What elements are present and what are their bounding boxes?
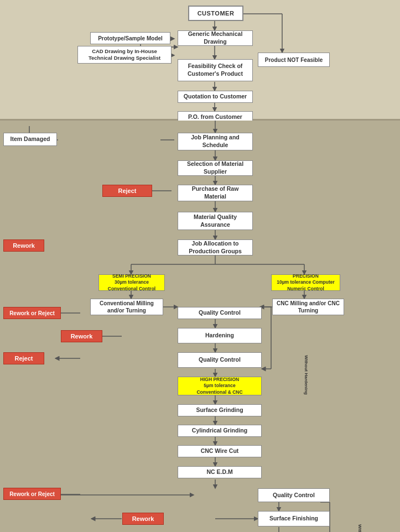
without-hardening-label: Without Hardening (276, 325, 287, 380)
customer-box: CUSTOMER (188, 6, 243, 21)
mid-lines-extra (61, 488, 260, 505)
quality-control1-box: Quality Control (178, 307, 262, 319)
nc-edm-box: NC E.D.M (178, 466, 262, 478)
hardening-box: Hardening (178, 328, 262, 343)
job-planning-box: Job Planning and Schedule (178, 133, 253, 150)
reject2-box: Reject (3, 352, 44, 364)
generic-drawing-box: Generic Mechanical Drawing (178, 30, 253, 46)
prototype-box: Prototype/Sample Model (90, 32, 170, 44)
job-allocation-box: Job Allocation to Production Groups (178, 239, 253, 255)
conventional-milling-box: Conventional Milling and/or Turning (90, 299, 163, 315)
rework-reject1-box: Rework or Reject (3, 307, 61, 319)
selection-supplier-box: Selection of Material Supplier (178, 160, 253, 176)
rework1-box: Rework (3, 239, 44, 252)
cnc-wire-box: CNC Wire Cut (178, 445, 262, 457)
surface-grinding-box: Surface Grinding (178, 404, 262, 416)
cnc-milling-box: CNC Milling and/or CNC Turning (272, 299, 344, 315)
high-precision-box: HIGH PRECISION 5µm tolerance Conventiona… (178, 377, 262, 395)
material-qa-box: Material Quality Assurance (178, 212, 253, 230)
purchase-raw-box: Purchase of Raw Material (178, 185, 253, 201)
top-section: CUSTOMER Generic Mechanical Drawing Prot… (0, 0, 400, 121)
cad-drawing-box: CAD Drawing by In-House Technical Drawin… (77, 46, 172, 64)
not-feasible-box: Product NOT Feasible (258, 53, 330, 67)
feasibility-box: Feasibility Check of Customer's Product (178, 59, 253, 81)
precision-box: PRECISION 10µm tolerance Computer Numeri… (271, 274, 340, 291)
quality-control2-box: Quality Control (178, 352, 262, 368)
rework2-box: Rework (61, 330, 102, 342)
rework-reject2-box: Rework or Reject (3, 488, 61, 500)
reject1-box: Reject (102, 185, 152, 197)
rework3-box: Rework (122, 513, 164, 525)
semi-precision-box: SEMI PRECISION 30µm tolerance Convention… (98, 274, 165, 291)
quotation-box: Quotation to Customer (178, 91, 253, 103)
cylindrical-grinding-box: Cylindrical Grinding (178, 425, 262, 437)
item-damaged-box: Item Damaged (3, 133, 57, 146)
quality-control3-box: Quality Control (258, 488, 330, 502)
bottom-section: Item Damaged Job Planning and Schedule S… (0, 121, 400, 532)
without-surface-label: Without Surface Finishing (332, 505, 343, 532)
surface-finishing-box: Surface Finishing (258, 511, 330, 526)
